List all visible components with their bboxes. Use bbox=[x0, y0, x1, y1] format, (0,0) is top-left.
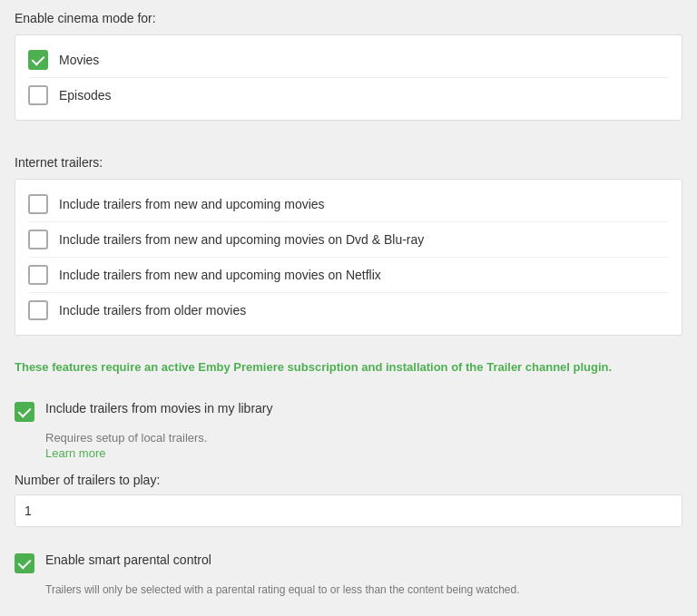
movies-label: Movies bbox=[59, 53, 99, 67]
new-upcoming-dvd-checkbox[interactable] bbox=[28, 230, 48, 249]
episodes-label: Episodes bbox=[59, 88, 112, 103]
library-trailer-checkbox[interactable] bbox=[15, 402, 34, 422]
library-trailer-row[interactable]: Include trailers from movies in my libra… bbox=[15, 396, 682, 427]
movies-row[interactable]: Movies bbox=[28, 43, 669, 77]
new-upcoming-netflix-row[interactable]: Include trailers from new and upcoming m… bbox=[28, 257, 669, 292]
new-upcoming-dvd-label: Include trailers from new and upcoming m… bbox=[59, 232, 424, 247]
internet-trailers-options: Include trailers from new and upcoming m… bbox=[15, 179, 682, 336]
learn-more-link[interactable]: Learn more bbox=[45, 446, 682, 460]
internet-trailers-label: Internet trailers: bbox=[15, 155, 682, 170]
new-upcoming-checkbox[interactable] bbox=[28, 194, 48, 214]
library-trailer-label: Include trailers from movies in my libra… bbox=[45, 401, 273, 416]
new-upcoming-label: Include trailers from new and upcoming m… bbox=[59, 197, 325, 211]
episodes-row[interactable]: Episodes bbox=[28, 77, 669, 112]
warning-text: These features require an active Emby Pr… bbox=[0, 350, 697, 388]
trailers-count-label: Number of trailers to play: bbox=[15, 473, 682, 487]
new-upcoming-row[interactable]: Include trailers from new and upcoming m… bbox=[28, 187, 669, 221]
cinema-mode-label: Enable cinema mode for: bbox=[15, 11, 682, 25]
movies-checkbox[interactable] bbox=[28, 50, 48, 70]
parental-control-label: Enable smart parental control bbox=[45, 552, 211, 567]
cinema-mode-options: Movies Episodes bbox=[15, 34, 682, 121]
page-container: Enable cinema mode for: Movies Episodes … bbox=[0, 0, 697, 612]
new-upcoming-dvd-row[interactable]: Include trailers from new and upcoming m… bbox=[28, 221, 669, 257]
new-upcoming-netflix-label: Include trailers from new and upcoming m… bbox=[59, 268, 381, 282]
new-upcoming-netflix-checkbox[interactable] bbox=[28, 265, 48, 285]
older-movies-row[interactable]: Include trailers from older movies bbox=[28, 292, 669, 328]
parental-control-checkbox[interactable] bbox=[15, 553, 34, 573]
divider-1 bbox=[0, 135, 697, 144]
trailers-count-section: Number of trailers to play: bbox=[0, 460, 697, 540]
older-movies-checkbox[interactable] bbox=[28, 300, 48, 320]
internet-trailers-section: Internet trailers: Include trailers from… bbox=[0, 144, 697, 350]
parental-control-subtext: Trailers will only be selected with a pa… bbox=[45, 582, 682, 598]
parental-control-section: Enable smart parental control Trailers w… bbox=[0, 540, 697, 612]
library-trailer-subtext: Requires setup of local trailers. bbox=[45, 431, 682, 445]
trailers-count-input[interactable] bbox=[15, 494, 682, 527]
cinema-mode-section: Enable cinema mode for: Movies Episodes bbox=[0, 0, 697, 135]
episodes-checkbox[interactable] bbox=[28, 85, 48, 105]
older-movies-label: Include trailers from older movies bbox=[59, 303, 246, 318]
parental-control-row[interactable]: Enable smart parental control bbox=[15, 547, 682, 579]
library-trailer-section: Include trailers from movies in my libra… bbox=[0, 388, 697, 460]
